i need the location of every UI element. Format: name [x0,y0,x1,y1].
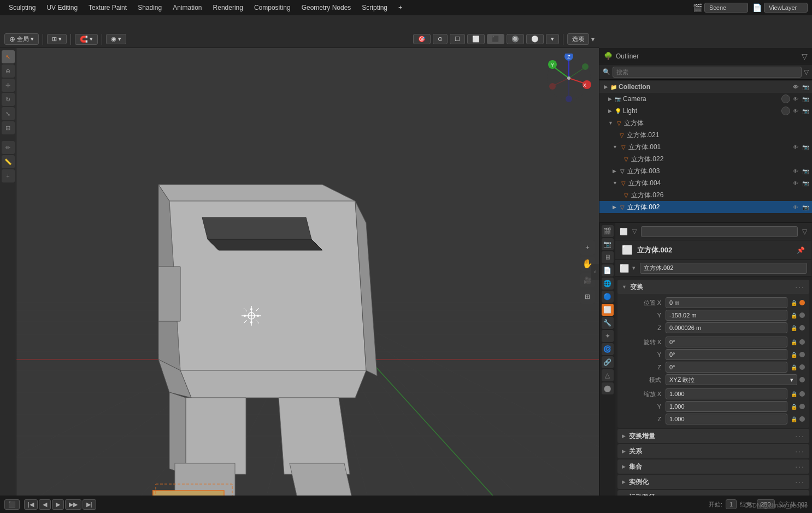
select-options-btn[interactable]: 选项 [567,33,589,45]
outliner-filter-options-btn[interactable]: ▽ [804,68,809,76]
scale-y-lock-icon[interactable]: 🔒 [790,402,798,411]
menu-add-workspace[interactable]: + [394,3,407,13]
viewport-shading-render[interactable]: ⚪ [526,34,544,44]
props-view-layer-icon[interactable]: 📄 [602,264,614,276]
outliner-row-camera[interactable]: ▶ 📷 Camera 👁 📷 [599,93,812,105]
position-y-field[interactable]: -158.02 m [666,310,787,321]
move-tool[interactable]: ✛ [2,79,15,92]
props-pin-icon[interactable]: 📌 [797,246,805,254]
camera-data-icon[interactable] [781,95,790,103]
rotation-x-lock-icon[interactable]: 🔒 [790,338,798,346]
frame-start-field[interactable]: 1 [726,499,737,509]
viewport-shading-wire[interactable]: ⬜ [467,34,485,44]
outliner-row-light[interactable]: ▶ 💡 Light 👁 📷 [599,105,812,117]
rotation-y-keyframe-dot[interactable] [799,352,805,357]
props-physics-icon[interactable]: 🌀 [602,343,614,355]
props-render-icon[interactable]: 📷 [602,238,614,250]
position-x-keyframe-dot[interactable] [799,300,805,305]
scale-y-keyframe-dot[interactable] [799,404,805,409]
transform-delta-section-header[interactable]: ▶ 变换增量 ··· [617,429,809,443]
rotation-y-lock-icon[interactable]: 🔒 [790,350,798,359]
props-output-icon[interactable]: 🖥 [602,251,614,263]
snap-btn[interactable]: 🧲 ▾ [75,34,98,45]
rotation-z-field[interactable]: 0° [666,362,787,373]
viewport-shading-material[interactable]: 🔘 [507,34,524,44]
grid-view-btn[interactable]: ⊞ [580,290,595,304]
scale-tool[interactable]: ⤡ [2,107,15,120]
object-name-field[interactable]: 立方体.002 [640,263,807,274]
skip-to-start-btn[interactable]: |◀ [24,499,38,510]
scale-x-field[interactable]: 1.000 [666,388,787,399]
collections-options-icon[interactable]: ··· [795,462,805,471]
visibility-icon-cube003[interactable]: 👁 [791,167,800,175]
props-scene2-icon[interactable]: 🌐 [602,278,614,290]
position-z-lock-icon[interactable]: 🔒 [790,323,798,332]
transform-delta-options-icon[interactable]: ··· [795,432,805,440]
menu-sculpting[interactable]: Sculpting [4,3,40,13]
scene-selector[interactable]: Scene [704,3,748,13]
cursor-tool[interactable]: ⊕ [2,64,15,78]
outliner-row-cube003[interactable]: ▶ ▽ 立方体.003 👁 📷 [599,165,812,177]
add-tool[interactable]: + [2,169,15,182]
menu-geometry-nodes[interactable]: Geometry Nodes [297,3,356,13]
outliner-row-cube002[interactable]: ▶ ▽ 立方体.002 👁 📷 [599,201,812,213]
light-data-icon[interactable] [781,107,790,115]
rotation-y-field[interactable]: 0° [666,349,787,360]
transform-pivot-btn[interactable]: ⊕ 全局 ▾ [4,33,39,45]
menu-shading[interactable]: Shading [133,3,166,13]
menu-animation[interactable]: Animation [168,3,206,13]
menu-uv-editing[interactable]: UV Editing [42,3,82,13]
prev-keyframe-btn[interactable]: ◀ [39,499,51,510]
position-x-field[interactable]: 0 m [666,297,787,308]
position-y-keyframe-dot[interactable] [799,312,805,318]
render-icon-camera[interactable]: 📷 [801,95,810,103]
viewport-overlays-btn[interactable]: ⊙ [433,34,448,44]
proportional-edit-btn[interactable]: ◉ ▾ [106,34,126,44]
rotation-z-lock-icon[interactable]: 🔒 [790,363,798,372]
props-filter-btn[interactable]: ▽ [802,228,807,235]
relations-section-header[interactable]: ▶ 关系 ··· [617,444,809,458]
position-x-lock-icon[interactable]: 🔒 [790,298,798,307]
instancing-options-icon[interactable]: ··· [795,477,805,486]
render-icon-collection[interactable]: 📷 [801,82,810,91]
props-object-icon[interactable]: ⬜ [602,304,614,316]
transform-orientation-btn[interactable]: ⊞ ▾ [47,34,67,44]
viewport-3d[interactable]: X Y Z + ✋ 🎥 [16,48,599,496]
view-layer-selector[interactable]: ViewLayer [764,3,808,13]
viewport-gizmo-btn[interactable]: 🎯 [413,34,431,44]
render-icon-cube004[interactable]: 📷 [801,179,810,187]
bottom-view-btn[interactable]: ⬛ [4,499,20,510]
scale-z-lock-icon[interactable]: 🔒 [790,415,798,423]
relations-options-icon[interactable]: ··· [795,447,805,456]
visibility-icon-cube002[interactable]: 👁 [791,203,800,211]
rotation-mode-dropdown[interactable]: XYZ 欧拉 ▾ [666,374,797,385]
annotate-tool[interactable]: ✏ [2,141,15,154]
render-icon-cube001[interactable]: 📷 [801,143,810,151]
transform-options-icon[interactable]: ··· [795,282,805,291]
measure-tool[interactable]: 📏 [2,155,15,168]
render-icon-cube002[interactable]: 📷 [801,203,810,211]
transform-tool[interactable]: ⊞ [2,121,15,134]
rotation-x-keyframe-dot[interactable] [799,339,805,345]
menu-scripting[interactable]: Scripting [357,3,392,13]
props-data-icon[interactable]: △ [602,369,614,381]
menu-texture-paint[interactable]: Texture Paint [84,3,131,13]
visibility-icon-cube001[interactable]: 👁 [791,143,800,151]
outliner-search-input[interactable] [613,67,802,78]
viewport-shading-options[interactable]: ▾ [546,34,559,44]
props-world-icon[interactable]: 🔵 [602,291,614,303]
scale-y-field[interactable]: 1.000 [666,401,787,412]
rotation-mode-keyframe-dot[interactable] [799,377,805,382]
zoom-in-btn[interactable]: + [580,240,595,255]
position-z-keyframe-dot[interactable] [799,325,805,331]
rotate-tool[interactable]: ↻ [2,93,15,106]
skip-to-end-btn[interactable]: ▶| [83,499,96,510]
next-keyframe-btn[interactable]: ▶▶ [65,499,81,510]
viewport-shading-solid[interactable]: ⬛ [487,34,504,44]
menu-rendering[interactable]: Rendering [209,3,248,13]
render-icon-cube003[interactable]: 📷 [801,167,810,175]
outliner-filter-btn[interactable]: ▽ [802,52,808,61]
scale-z-field[interactable]: 1.000 [666,414,787,424]
render-icon-light[interactable]: 📷 [801,107,810,115]
props-modifier-icon[interactable]: 🔧 [602,317,614,329]
